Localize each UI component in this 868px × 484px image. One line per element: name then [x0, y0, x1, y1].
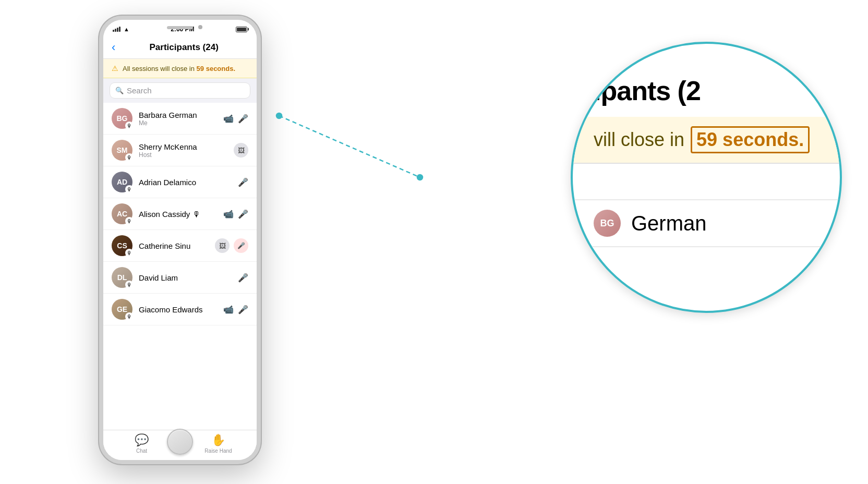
avatar-wrap: SM 🎙 [112, 140, 132, 161]
warning-text: All sessions will close in 59 seconds. [123, 65, 235, 72]
volume-up-button [99, 82, 101, 101]
participant-actions: 📹 🎤 [223, 114, 248, 124]
magnified-avatar: BG [594, 210, 621, 237]
battery-icon [236, 27, 247, 32]
avatar-wrap: DL 🎙 [112, 267, 132, 288]
participant-row[interactable]: SM 🎙 Sherry McKenna Host 🖼 [103, 135, 257, 166]
mic-badge: 🎙 [125, 312, 134, 321]
participant-name: Adrian Delamico [139, 178, 232, 187]
dashed-connector [279, 116, 420, 177]
participant-sub: Host [139, 151, 227, 159]
mic-muted-icon: 🎤 [238, 114, 248, 124]
participants-list: BG 🎙 Barbara German Me 📹 🎤 SM [103, 103, 257, 430]
mic-badge: 🎙 [125, 249, 134, 257]
participant-row[interactable]: CS 🎙 Catherine Sinu 🖼 🎤 [103, 230, 257, 262]
screen: ‹ Participants (24) ⚠ All sessions will … [103, 37, 257, 460]
signal-bar-3 [117, 28, 118, 32]
video-icon: 📹 [223, 305, 234, 314]
mic-muted-icon: 🎤 [238, 305, 248, 314]
signal-area: ▲ [113, 26, 129, 32]
magnified-participant-row: BG German [573, 200, 840, 247]
magnified-title: ipants (2 [573, 75, 840, 117]
signal-bar-2 [115, 29, 116, 32]
participant-row[interactable]: BG 🎙 Barbara German Me 📹 🎤 [103, 103, 257, 135]
mag-warning-countdown: 59 seconds. [691, 126, 810, 153]
raise-hand-icon: ✋ [211, 433, 225, 447]
image-action-btn[interactable]: 🖼 [234, 143, 248, 158]
tab-raise-hand-label: Raise Hand [204, 448, 232, 454]
participant-actions: 🎤 [238, 177, 248, 187]
mic-muted-icon: 🎤 [238, 177, 248, 187]
warning-icon: ⚠ [112, 64, 118, 72]
participant-info: David Liam [139, 273, 232, 282]
participant-info: Barbara German Me [139, 111, 217, 127]
magnified-circle: ipants (2 vill close in 59 seconds. BG G… [571, 42, 842, 313]
magnified-participant-name: German [631, 212, 707, 235]
page-title: Participants (24) [119, 42, 248, 53]
participant-name: Sherry McKenna [139, 142, 227, 151]
participant-info: Adrian Delamico [139, 178, 232, 187]
battery-area [236, 27, 247, 32]
participant-sub: Me [139, 119, 217, 127]
volume-down-button [99, 107, 101, 126]
participant-info: Giacomo Edwards [139, 305, 217, 314]
participant-info: Sherry McKenna Host [139, 142, 227, 159]
back-button[interactable]: ‹ [112, 41, 115, 54]
signal-bar-4 [119, 27, 120, 32]
home-button[interactable] [167, 429, 193, 455]
mag-warning-prefix: vill close in [594, 129, 684, 151]
participant-info: Alison Cassidy 🎙 [139, 210, 217, 219]
avatar-wrap: BG 🎙 [112, 108, 132, 129]
participant-name: Alison Cassidy 🎙 [139, 210, 217, 219]
participant-row[interactable]: AD 🎙 Adrian Delamico 🎤 [103, 166, 257, 198]
search-icon: 🔍 [115, 87, 124, 94]
speaker [167, 26, 193, 29]
video-icon: 📹 [223, 114, 234, 124]
warning-banner: ⚠ All sessions will close in 59 seconds. [103, 59, 257, 78]
video-icon: 📹 [223, 209, 234, 219]
participant-row[interactable]: GE 🎙 Giacomo Edwards 📹 🎤 [103, 294, 257, 325]
mic-action-btn[interactable]: 🎤 [234, 238, 248, 253]
mic-badge: 🎙 [125, 185, 134, 193]
mic-muted-icon: 🎤 [238, 209, 248, 219]
participant-row[interactable]: AC 🎙 Alison Cassidy 🎙 📹 🎤 [103, 198, 257, 230]
avatar-wrap: GE 🎙 [112, 299, 132, 320]
participant-row[interactable]: DL 🎙 David Liam 🎤 [103, 262, 257, 294]
participant-name: Barbara German [139, 111, 217, 119]
participant-actions: 📹 🎤 [223, 305, 248, 314]
participant-actions: 🎤 [238, 273, 248, 283]
magnified-warning-banner: vill close in 59 seconds. [573, 117, 840, 163]
image-action-btn[interactable]: 🖼 [215, 238, 230, 253]
magnified-search-row [573, 164, 840, 200]
participant-actions: 🖼 [234, 143, 248, 158]
avatar-wrap: AD 🎙 [112, 172, 132, 192]
avatar-wrap: AC 🎙 [112, 203, 132, 224]
search-input-wrap[interactable]: 🔍 Search [110, 82, 250, 99]
magnified-content: ipants (2 vill close in 59 seconds. BG G… [573, 44, 840, 311]
mic-badge: 🎙 [125, 281, 134, 289]
battery-fill [237, 28, 246, 31]
participant-name: Giacomo Edwards [139, 305, 217, 314]
tab-chat-label: Chat [136, 448, 147, 454]
wifi-icon: ▲ [124, 26, 129, 32]
signal-bar-1 [113, 30, 114, 32]
participant-name: David Liam [139, 273, 232, 282]
search-placeholder: Search [127, 86, 152, 95]
mic-muted-icon: 🎤 [238, 273, 248, 283]
power-button [259, 95, 261, 124]
participant-name: Catherine Sinu [139, 241, 209, 250]
mag-title-text: ipants (2 [594, 76, 701, 106]
mic-badge: 🎙 [125, 122, 134, 130]
participant-info: Catherine Sinu [139, 241, 209, 250]
warning-countdown: 59 seconds. [197, 65, 235, 72]
phone-device: ▲ 2:00 PM ‹ Participants (24) ⚠ All sess… [99, 16, 261, 464]
chat-icon: 💬 [135, 433, 149, 447]
mic-badge: 🎙 [125, 217, 134, 225]
participant-actions: 📹 🎤 [223, 209, 248, 219]
mic-badge: 🎙 [125, 153, 134, 162]
participant-actions: 🖼 🎤 [215, 238, 248, 253]
avatar-wrap: CS 🎙 [112, 235, 132, 256]
warning-prefix: All sessions will close in [123, 65, 197, 72]
phone-frame: ▲ 2:00 PM ‹ Participants (24) ⚠ All sess… [99, 16, 261, 464]
navigation-header: ‹ Participants (24) [103, 37, 257, 59]
